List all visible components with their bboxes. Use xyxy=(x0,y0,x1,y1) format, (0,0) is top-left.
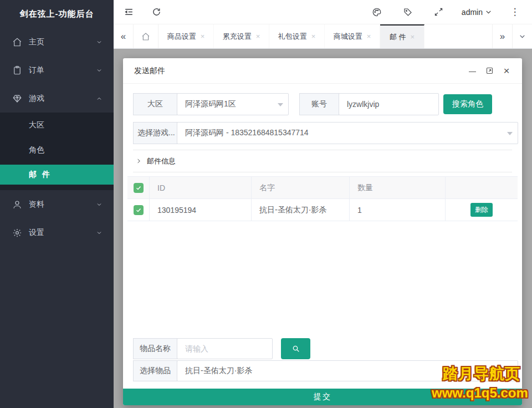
dialog-window-controls xyxy=(468,67,511,75)
tab-home[interactable] xyxy=(134,24,158,48)
sidebar-item-label: 设置 xyxy=(29,228,44,238)
tab-label: 礼包设置 xyxy=(278,32,307,42)
cell-qty: 1 xyxy=(350,199,446,221)
kebab-menu-icon[interactable] xyxy=(507,4,523,21)
chevron-down-icon xyxy=(507,132,513,138)
mail-info-collapse[interactable]: 邮件信息 xyxy=(133,150,512,172)
order-icon xyxy=(12,65,22,75)
refresh-icon[interactable] xyxy=(148,4,165,21)
dialog-title: 发送邮件 xyxy=(134,66,165,76)
tabbar: 商品设置 累充设置 礼包设置 商城设置 邮 件 xyxy=(114,24,532,49)
search-item-button[interactable] xyxy=(281,338,310,359)
sidebar: 剑在弦上-功能后台 主页 订单 游戏 大区 角色 邮 件 xyxy=(0,0,114,408)
sidebar-item-settings[interactable]: 设置 xyxy=(0,218,114,247)
topbar-actions: admin xyxy=(369,4,523,21)
tabs-scroll-left-button[interactable] xyxy=(114,24,134,48)
chevron-down-icon xyxy=(278,103,283,109)
tabbar-right-controls xyxy=(492,24,532,48)
tab-goods-settings[interactable]: 商品设置 xyxy=(158,24,214,48)
column-header-qty: 数量 xyxy=(350,177,446,198)
close-icon[interactable] xyxy=(256,33,260,40)
sidebar-item-label: 游戏 xyxy=(29,94,44,104)
table-row: 130195194 抗日-圣佑太刀·影杀 1 删除 xyxy=(127,199,518,221)
cell-name: 抗日-圣佑太刀·影杀 xyxy=(252,199,350,221)
sidebar-item-role[interactable]: 角色 xyxy=(0,137,114,162)
select-item-value: 抗日-圣佑太刀·影杀 xyxy=(185,366,252,376)
fullscreen-icon[interactable] xyxy=(431,4,447,21)
chevron-down-icon xyxy=(96,230,103,236)
sidebar-item-label: 主页 xyxy=(29,37,44,47)
gem-icon xyxy=(12,94,22,104)
close-icon[interactable] xyxy=(201,33,205,40)
tab-giftpack-settings[interactable]: 礼包设置 xyxy=(269,24,325,48)
region-select[interactable]: 阿泽源码网1区 xyxy=(177,93,289,115)
sidebar-item-label: 订单 xyxy=(29,65,44,75)
palette-icon[interactable] xyxy=(369,4,385,21)
account-input[interactable] xyxy=(339,93,439,115)
sidebar-item-label: 资料 xyxy=(29,200,44,210)
maximize-icon[interactable] xyxy=(485,67,494,75)
tabs-scroll-right-button[interactable] xyxy=(492,24,512,48)
item-name-input[interactable] xyxy=(177,338,273,359)
dialog-header: 发送邮件 xyxy=(123,58,522,84)
sidebar-item-profile[interactable]: 资料 xyxy=(0,190,114,218)
row-checkbox-cell xyxy=(127,199,150,221)
select-game-label: 选择游戏... xyxy=(133,122,177,144)
tabs-dropdown-button[interactable] xyxy=(512,24,532,48)
menu-fold-icon[interactable] xyxy=(120,4,137,21)
tab-mail[interactable]: 邮 件 xyxy=(380,24,424,48)
main-area: admin 商品设置 累充设置 礼包设置 商城设置 xyxy=(114,0,532,408)
tag-icon[interactable] xyxy=(400,4,416,21)
sidebar-item-orders[interactable]: 订单 xyxy=(0,56,114,84)
close-icon[interactable] xyxy=(502,67,511,75)
person-icon xyxy=(12,200,22,210)
column-header-name: 名字 xyxy=(252,177,350,198)
game-select-value: 阿泽源码网 - 183521684815347714 xyxy=(185,128,309,138)
tab-mall-settings[interactable]: 商城设置 xyxy=(325,24,380,48)
close-icon[interactable] xyxy=(367,33,371,40)
tab-recharge-settings[interactable]: 累充设置 xyxy=(214,24,269,48)
close-icon[interactable] xyxy=(411,33,415,40)
cell-id: 130195194 xyxy=(150,199,252,221)
search-icon xyxy=(291,344,300,353)
delete-button[interactable]: 删除 xyxy=(470,203,493,217)
minimize-icon[interactable] xyxy=(468,67,477,75)
header-checkbox-cell xyxy=(127,177,150,198)
close-icon[interactable] xyxy=(311,33,316,40)
region-select-value: 阿泽源码网1区 xyxy=(185,99,236,109)
cell-actions: 删除 xyxy=(446,199,518,221)
search-role-button[interactable]: 搜索角色 xyxy=(443,94,492,114)
send-mail-dialog: 发送邮件 大区 阿泽源码网1区 账号 搜索角色 选择游戏... xyxy=(123,58,522,405)
sidebar-item-mail[interactable]: 邮 件 xyxy=(0,165,114,185)
topbar: admin xyxy=(114,0,532,24)
column-header-id: ID xyxy=(150,177,252,198)
column-header-actions xyxy=(446,177,518,198)
game-select[interactable]: 阿泽源码网 - 183521684815347714 xyxy=(177,122,518,144)
chevron-down-icon xyxy=(96,67,103,74)
select-all-checkbox[interactable] xyxy=(134,183,144,193)
table-header-row: ID 名字 数量 xyxy=(127,177,518,199)
home-icon xyxy=(12,37,22,47)
tab-label: 累充设置 xyxy=(223,32,252,42)
row-checkbox[interactable] xyxy=(134,205,144,215)
watermark-site-name: 踏月导航页 xyxy=(443,364,520,384)
user-menu[interactable]: admin xyxy=(462,8,492,17)
chevron-down-icon xyxy=(96,39,103,45)
chevron-up-icon xyxy=(96,95,103,102)
chevron-down-icon xyxy=(485,8,492,16)
app-title: 剑在弦上-功能后台 xyxy=(0,0,114,28)
account-label: 账号 xyxy=(299,93,339,115)
item-name-label: 物品名称 xyxy=(133,338,177,359)
tab-label: 商城设置 xyxy=(334,32,362,42)
select-item-label: 选择物品 xyxy=(133,360,177,381)
mail-items-table: ID 名字 数量 130195194 抗日-圣佑太刀·影杀 1 删除 xyxy=(127,176,518,221)
gear-icon xyxy=(12,228,22,238)
tab-label: 邮 件 xyxy=(390,32,406,42)
watermark-site-url: www.q1q5.com xyxy=(432,385,528,401)
sidebar-submenu-game: 大区 角色 邮 件 xyxy=(0,113,114,190)
content-overlay: 发送邮件 大区 阿泽源码网1区 账号 搜索角色 选择游戏... xyxy=(114,49,532,408)
sidebar-item-home[interactable]: 主页 xyxy=(0,28,114,56)
username: admin xyxy=(462,8,483,17)
sidebar-item-game[interactable]: 游戏 xyxy=(0,84,114,113)
sidebar-item-region[interactable]: 大区 xyxy=(0,113,114,137)
